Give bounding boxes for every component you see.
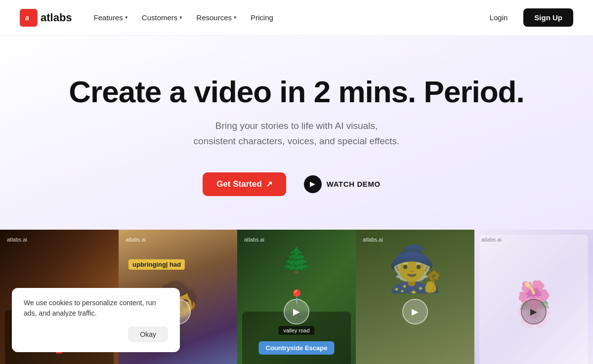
hero-title: Create a video in 2 mins. Period. <box>20 75 573 109</box>
navbar: a atlabs Features ▾ Customers ▾ Resource… <box>0 0 593 36</box>
nav-resources[interactable]: Resources ▾ <box>190 9 243 26</box>
hero-buttons: Get Started ↗ ▶ WATCH DEMO <box>20 168 573 200</box>
watch-demo-button[interactable]: ▶ WATCH DEMO <box>294 168 390 200</box>
cookie-banner: We use cookies to personalize content, r… <box>12 288 180 352</box>
logo-icon: a <box>20 9 38 27</box>
highlight-badge-2: upbringing| had <box>128 259 185 270</box>
logo-text: atlabs <box>41 11 72 24</box>
nav-right: Login Sign Up <box>480 8 573 27</box>
video-label-5: atlabs.ai <box>481 237 502 243</box>
svg-text:a: a <box>25 14 29 22</box>
caption-badge-3: Countryside Escape <box>259 341 335 355</box>
cookie-text: We use cookies to personalize content, r… <box>24 298 168 319</box>
chevron-down-icon: ▾ <box>179 14 182 21</box>
get-started-button[interactable]: Get Started ↗ <box>203 172 286 196</box>
location-pin-3: 📍 <box>288 289 305 305</box>
login-button[interactable]: Login <box>480 9 518 26</box>
chevron-down-icon: ▾ <box>125 14 128 21</box>
nav-pricing[interactable]: Pricing <box>245 9 279 26</box>
hero-subtitle: Bring your stories to life with AI visua… <box>20 119 573 149</box>
signup-button[interactable]: Sign Up <box>523 8 573 27</box>
chevron-down-icon: ▾ <box>234 14 237 21</box>
subtitle-badge-3: valley road <box>278 326 314 335</box>
video-label-3: atlabs.ai <box>244 237 264 243</box>
video-card-4[interactable]: 🧙 minute, it's atlabs.ai ▶ <box>356 230 474 364</box>
cookie-okay-button[interactable]: Okay <box>128 326 168 342</box>
video-card-5[interactable]: 🌸 🌺 atlabs.ai ▶ <box>474 230 593 364</box>
nav-links: Features ▾ Customers ▾ Resources ▾ Prici… <box>88 9 279 26</box>
video-label-4: atlabs.ai <box>363 237 383 243</box>
play-icon: ▶ <box>304 175 322 193</box>
video-card-3[interactable]: 🌲 📍 Countryside Escape valley road atlab… <box>237 230 356 364</box>
logo[interactable]: a atlabs <box>20 9 72 27</box>
nav-features[interactable]: Features ▾ <box>88 9 134 26</box>
hero-section: Create a video in 2 mins. Period. Bring … <box>0 36 593 230</box>
video-label-1: atlabs.ai <box>7 237 27 243</box>
nav-left: a atlabs Features ▾ Customers ▾ Resource… <box>20 9 279 27</box>
nav-customers[interactable]: Customers ▾ <box>136 9 189 26</box>
video-label-2: atlabs.ai <box>126 237 146 243</box>
arrow-icon: ↗ <box>266 179 272 189</box>
